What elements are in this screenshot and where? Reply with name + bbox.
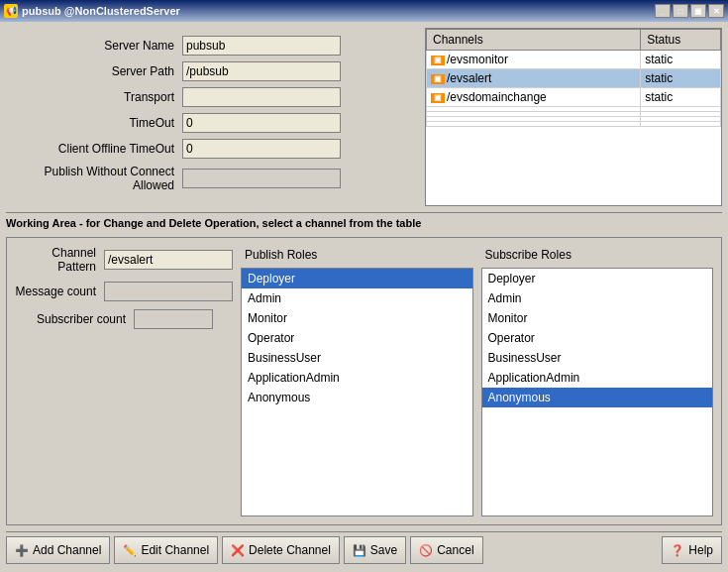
- help-icon: ❓: [671, 543, 684, 557]
- transport-label: Transport: [14, 90, 182, 104]
- minimize-button[interactable]: _: [655, 4, 671, 18]
- table-row[interactable]: ▣/evsalertstatic: [427, 69, 721, 88]
- publish-role-item[interactable]: Anonymous: [242, 388, 472, 407]
- publish-without-connect-input[interactable]: [182, 169, 341, 188]
- close-button[interactable]: ✕: [708, 4, 724, 18]
- publish-roles-list[interactable]: DeployerAdminMonitorOperatorBusinessUser…: [241, 268, 473, 516]
- server-name-input[interactable]: [182, 36, 341, 56]
- top-section: Server Name Server Path Transport TimeOu…: [6, 28, 722, 206]
- table-row[interactable]: [427, 122, 721, 127]
- edit-channel-icon: ✏️: [123, 543, 137, 557]
- publish-without-connect-row: Publish Without Connect Allowed: [14, 165, 411, 192]
- help-button[interactable]: ❓ Help: [662, 536, 722, 564]
- subscribe-role-item[interactable]: Deployer: [482, 269, 713, 288]
- edit-channel-button[interactable]: ✏️ Edit Channel: [114, 536, 218, 564]
- working-area-box: Channel Pattern Message count Subscriber…: [6, 237, 722, 525]
- subscribe-roles-panel: Subscribe Roles DeployerAdminMonitorOper…: [481, 246, 714, 516]
- message-count-row: Message count: [15, 282, 233, 301]
- delete-channel-label: Delete Channel: [249, 543, 331, 557]
- publish-role-item[interactable]: BusinessUser: [242, 348, 472, 368]
- server-path-label: Server Path: [14, 64, 182, 78]
- app-icon: 📢: [4, 4, 18, 18]
- save-label: Save: [370, 543, 397, 557]
- maximize-button[interactable]: ▣: [690, 4, 706, 18]
- add-channel-label: Add Channel: [33, 543, 101, 557]
- subscriber-count-row: Subscriber count: [15, 309, 233, 329]
- channels-panel: Channels Status ▣/evsmonitorstatic▣/evsa…: [425, 28, 722, 206]
- edit-channel-label: Edit Channel: [141, 543, 209, 557]
- save-button[interactable]: 💾 Save: [344, 536, 406, 564]
- delete-channel-icon: ❌: [231, 543, 245, 557]
- cancel-icon: 🚫: [419, 543, 433, 557]
- save-icon: 💾: [353, 543, 366, 557]
- delete-channel-button[interactable]: ❌ Delete Channel: [222, 536, 340, 564]
- subscriber-count-label: Subscriber count: [15, 312, 134, 326]
- client-offline-timeout-input[interactable]: [182, 139, 341, 159]
- message-count-label: Message count: [15, 285, 104, 298]
- roles-section: Publish Roles DeployerAdminMonitorOperat…: [241, 246, 713, 516]
- cancel-label: Cancel: [437, 543, 473, 557]
- client-offline-timeout-row: Client Offline TimeOut: [14, 139, 411, 159]
- server-name-label: Server Name: [14, 39, 182, 53]
- subscribe-role-item[interactable]: Operator: [482, 328, 713, 348]
- timeout-row: TimeOut: [14, 113, 411, 133]
- timeout-label: TimeOut: [14, 116, 182, 130]
- channel-icon: ▣: [431, 56, 445, 65]
- cancel-button[interactable]: 🚫 Cancel: [410, 536, 482, 564]
- server-form-panel: Server Name Server Path Transport TimeOu…: [6, 28, 419, 206]
- publish-role-item[interactable]: ApplicationAdmin: [242, 368, 472, 388]
- transport-input[interactable]: [182, 87, 341, 107]
- server-path-input[interactable]: [182, 61, 341, 81]
- channel-icon: ▣: [431, 93, 445, 103]
- subscriber-count-input[interactable]: [134, 309, 213, 329]
- client-offline-timeout-label: Client Offline TimeOut: [14, 142, 182, 156]
- channels-table: Channels Status ▣/evsmonitorstatic▣/evsa…: [426, 29, 721, 127]
- publish-without-connect-label: Publish Without Connect Allowed: [14, 165, 182, 192]
- subscribe-roles-title: Subscribe Roles: [481, 246, 714, 264]
- status-col-header: Status: [641, 30, 721, 51]
- main-content: Server Name Server Path Transport TimeOu…: [0, 22, 728, 572]
- title-bar: 📢 pubsub @NonClusteredServer _ □ ▣ ✕: [0, 0, 728, 22]
- restore-button[interactable]: □: [673, 4, 688, 18]
- subscribe-role-item[interactable]: Monitor: [482, 308, 713, 328]
- publish-role-item[interactable]: Operator: [242, 328, 472, 348]
- channel-pattern-row: Channel Pattern: [15, 246, 233, 274]
- working-area-header: Working Area - for Change and Delete Ope…: [6, 212, 722, 231]
- table-row[interactable]: ▣/evsdomainchangestatic: [427, 88, 721, 107]
- help-label: Help: [688, 543, 713, 557]
- publish-role-item[interactable]: Monitor: [242, 308, 472, 328]
- subscribe-role-item[interactable]: BusinessUser: [482, 348, 713, 368]
- server-path-row: Server Path: [14, 61, 411, 81]
- publish-role-item[interactable]: Admin: [242, 288, 472, 308]
- transport-row: Transport: [14, 87, 411, 107]
- add-channel-button[interactable]: ➕ Add Channel: [6, 536, 110, 564]
- publish-roles-panel: Publish Roles DeployerAdminMonitorOperat…: [241, 246, 473, 516]
- subscribe-roles-list[interactable]: DeployerAdminMonitorOperatorBusinessUser…: [481, 268, 714, 516]
- channel-form: Channel Pattern Message count Subscriber…: [15, 246, 233, 516]
- add-channel-icon: ➕: [15, 543, 29, 557]
- subscribe-role-item[interactable]: Admin: [482, 288, 713, 308]
- channel-pattern-input[interactable]: [104, 250, 233, 270]
- publish-roles-title: Publish Roles: [241, 246, 473, 264]
- channel-icon: ▣: [431, 74, 445, 84]
- timeout-input[interactable]: [182, 113, 341, 133]
- window-controls[interactable]: _ □ ▣ ✕: [655, 4, 724, 18]
- subscribe-role-item[interactable]: ApplicationAdmin: [482, 368, 713, 388]
- subscribe-role-item[interactable]: Anonymous: [482, 388, 713, 407]
- table-row[interactable]: ▣/evsmonitorstatic: [427, 51, 721, 69]
- bottom-toolbar: ➕ Add Channel ✏️ Edit Channel ❌ Delete C…: [6, 531, 722, 566]
- channels-col-header: Channels: [427, 30, 641, 51]
- server-name-row: Server Name: [14, 36, 411, 56]
- channel-pattern-label: Channel Pattern: [15, 246, 104, 274]
- publish-role-item[interactable]: Deployer: [242, 269, 472, 288]
- window-title: pubsub @NonClusteredServer: [22, 5, 180, 17]
- message-count-input[interactable]: [104, 282, 233, 301]
